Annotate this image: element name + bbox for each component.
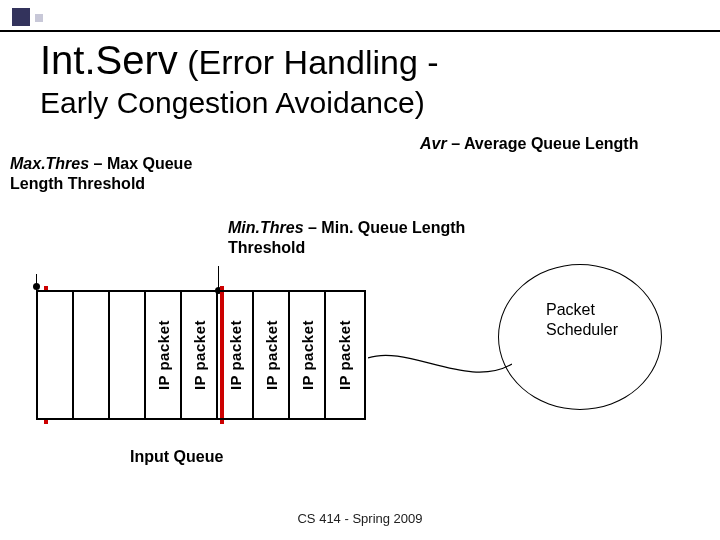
label-maxthres-term: Max.Thres <box>10 155 89 172</box>
queue-slot-packet: IP packet <box>218 292 254 418</box>
packet-scheduler-label: Packet Scheduler <box>546 300 618 340</box>
queue-slot-packet: IP packet <box>326 292 362 418</box>
label-avr-term: Avr <box>420 135 447 152</box>
packet-label: IP packet <box>263 320 280 390</box>
queue-to-scheduler-connector <box>368 350 512 384</box>
label-avr: Avr – Average Queue Length <box>420 134 700 154</box>
packet-label: IP packet <box>227 320 244 390</box>
packet-label: IP packet <box>191 320 208 390</box>
decor-rule <box>0 30 720 32</box>
queue-slot-packet: IP packet <box>146 292 182 418</box>
packet-label: IP packet <box>299 320 316 390</box>
input-queue-caption: Input Queue <box>130 448 223 466</box>
decor-square-light <box>35 14 43 22</box>
queue-slot-packet: IP packet <box>290 292 326 418</box>
title-rest: (Error Handling - <box>178 43 439 81</box>
queue-slot-packet: IP packet <box>182 292 218 418</box>
packet-label: IP packet <box>155 320 172 390</box>
slide-title-line2: Early Congestion Avoidance) <box>40 86 425 120</box>
label-minthres-term: Min.Thres <box>228 219 304 236</box>
min-threshold-tick <box>218 266 219 292</box>
slide-footer: CS 414 - Spring 2009 <box>0 511 720 526</box>
queue-slot-empty <box>74 292 110 418</box>
input-queue: IP packet IP packet IP packet IP packet … <box>36 290 366 420</box>
packet-label: IP packet <box>336 320 353 390</box>
max-threshold-tick <box>36 274 37 290</box>
label-minthres: Min.Thres – Min. Queue Length Threshold <box>228 218 478 258</box>
queue-slot-packet: IP packet <box>254 292 290 418</box>
queue-slot-empty <box>110 292 146 418</box>
scheduler-label-l1: Packet <box>546 301 595 318</box>
slide: Int.Serv (Error Handling - Early Congest… <box>0 0 720 540</box>
slide-title-line1: Int.Serv (Error Handling - <box>40 38 439 83</box>
label-avr-def: – Average Queue Length <box>447 135 639 152</box>
label-maxthres: Max.Thres – Max Queue Length Threshold <box>10 154 220 194</box>
queue-slot-empty <box>38 292 74 418</box>
decor-square-dark <box>12 8 30 26</box>
title-main: Int.Serv <box>40 38 178 82</box>
scheduler-label-l2: Scheduler <box>546 321 618 338</box>
